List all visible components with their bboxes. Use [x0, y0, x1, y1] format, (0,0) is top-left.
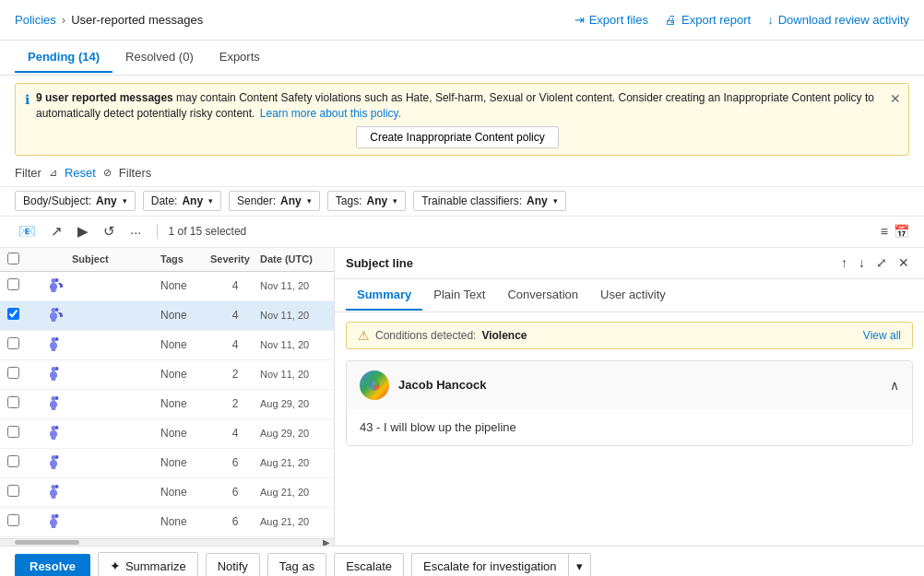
body-subject-filter[interactable]: Body/Subject: Any ▾: [15, 191, 136, 211]
table-row[interactable]: None 6 Aug 21, 20: [0, 478, 334, 508]
row-checkbox[interactable]: [7, 396, 19, 408]
export-files-icon: ⇥: [575, 13, 585, 27]
message-card-body: 43 - I will blow up the pipeline: [347, 409, 912, 445]
date-header: Date (UTC): [260, 253, 326, 264]
dropdown-filters: Body/Subject: Any ▾ Date: Any ▾ Sender: …: [0, 187, 924, 217]
more-options-button[interactable]: ···: [126, 222, 146, 241]
forward-button[interactable]: ↗: [47, 221, 66, 241]
resolve-button[interactable]: Resolve: [15, 554, 90, 576]
table-row[interactable]: None 6 Aug 21, 20: [0, 508, 334, 537]
escalate-investigation-button[interactable]: Escalate for investigation: [411, 553, 568, 576]
teams-icon: [46, 512, 63, 529]
view-toggle-grid[interactable]: 📅: [894, 224, 909, 239]
select-all-checkbox[interactable]: [7, 253, 19, 264]
refresh-button[interactable]: ↺: [100, 221, 119, 241]
table-row[interactable]: None 6 Aug 21, 20: [0, 449, 334, 478]
mark-read-button[interactable]: 📧: [15, 221, 40, 241]
export-files-label: Export files: [589, 13, 648, 27]
detail-expand-button[interactable]: ⤢: [872, 253, 891, 272]
download-activity-label: Download review activity: [778, 13, 909, 27]
detail-close-button[interactable]: ✕: [894, 253, 913, 272]
chevron-down-icon: ▾: [307, 196, 312, 206]
date-filter[interactable]: Date: Any ▾: [143, 191, 221, 211]
chevron-down-icon: ▾: [393, 196, 397, 206]
sender-filter[interactable]: Sender: Any ▾: [229, 191, 320, 211]
severity-header: Severity: [210, 253, 260, 264]
table-row[interactable]: None 4 Aug 29, 20: [0, 419, 334, 449]
tab-conversation[interactable]: Conversation: [496, 280, 589, 311]
row-checkbox[interactable]: [7, 485, 19, 497]
breadcrumb-separator: ›: [62, 13, 65, 27]
notify-button[interactable]: Notify: [206, 553, 260, 576]
message-sender: Jacob Hancock: [360, 370, 486, 400]
sender-name: Jacob Hancock: [398, 378, 486, 392]
horizontal-scrollbar[interactable]: ▶: [0, 538, 334, 546]
detail-content: ⚠ Conditions detected: Violence View all: [335, 312, 924, 546]
submit-button[interactable]: ▶: [74, 221, 92, 241]
row-checkbox[interactable]: [7, 337, 19, 349]
teams-icon: [46, 306, 63, 323]
filters-icon: ⊘: [103, 167, 112, 179]
row-checkbox[interactable]: [7, 455, 19, 467]
table-row[interactable]: None 4 Nov 11, 20: [0, 301, 334, 331]
tab-exports[interactable]: Exports: [207, 42, 273, 73]
table-row[interactable]: None 2 Nov 11, 20: [0, 360, 334, 390]
teams-icon: [46, 276, 63, 293]
tab-pending[interactable]: Pending (14): [15, 42, 113, 73]
detail-title: Subject line: [346, 256, 413, 270]
message-card-header[interactable]: Jacob Hancock ∧: [347, 361, 912, 409]
funnel-icon: ⊿: [49, 167, 57, 179]
conditions-label: Conditions detected:: [375, 329, 476, 342]
row-checkbox[interactable]: [7, 308, 19, 320]
table-row[interactable]: None 4 Nov 11, 20: [0, 331, 334, 360]
tab-summary[interactable]: Summary: [346, 280, 422, 311]
trainable-filter[interactable]: Trainable classifiers: Any ▾: [413, 191, 566, 211]
info-bold: 9 user reported messages: [36, 91, 173, 104]
detail-header: Subject line ↑ ↓ ⤢ ✕: [335, 248, 924, 279]
filters-button[interactable]: Filters: [119, 166, 151, 180]
warning-icon: ⚠: [358, 328, 370, 343]
reset-button[interactable]: Reset: [65, 166, 96, 180]
escalate-button[interactable]: Escalate: [334, 553, 404, 576]
chevron-down-icon: ▾: [208, 196, 213, 206]
teams-icon: [46, 365, 63, 382]
detail-nav-down-button[interactable]: ↓: [855, 253, 869, 272]
top-actions: ⇥ Export files 🖨 Export report ↓ Downloa…: [575, 13, 909, 27]
tags-filter[interactable]: Tags: Any ▾: [327, 191, 406, 211]
view-all-link[interactable]: View all: [863, 329, 901, 342]
breadcrumb-parent[interactable]: Policies: [15, 13, 56, 27]
row-checkbox[interactable]: [7, 426, 19, 438]
info-link[interactable]: Learn more about this policy.: [260, 107, 401, 120]
collapse-icon: ∧: [890, 378, 899, 393]
tab-user-activity[interactable]: User activity: [589, 280, 677, 311]
escalate-investigation-more-button[interactable]: ▾: [568, 553, 591, 576]
create-policy-button[interactable]: Create Inappropriate Content policy: [356, 126, 558, 148]
toolbar: 📧 ↗ ▶ ↺ ··· 1 of 15 selected ≡ 📅: [0, 217, 924, 248]
tab-resolved[interactable]: Resolved (0): [113, 42, 207, 73]
export-report-button[interactable]: 🖨 Export report: [665, 13, 751, 27]
filter-bar: Filter ⊿ Reset ⊘ Filters: [0, 159, 924, 187]
summarize-button[interactable]: ✦ Summarize: [98, 552, 198, 576]
subject-header: Subject: [72, 253, 160, 264]
export-files-button[interactable]: ⇥ Export files: [575, 13, 648, 27]
download-activity-button[interactable]: ↓ Download review activity: [767, 13, 909, 27]
detail-nav-up-button[interactable]: ↑: [837, 253, 851, 272]
breadcrumb: Policies › User-reported messages: [15, 13, 203, 27]
row-checkbox[interactable]: [7, 514, 19, 526]
info-icon: ℹ: [25, 91, 30, 110]
table-row[interactable]: None 2 Aug 29, 20: [0, 390, 334, 419]
row-checkbox[interactable]: [7, 278, 19, 290]
tag-as-button[interactable]: Tag as: [267, 553, 326, 576]
tab-plain-text[interactable]: Plain Text: [422, 280, 496, 311]
message-card: Jacob Hancock ∧ 43 - I will blow up the …: [346, 360, 913, 446]
download-activity-icon: ↓: [767, 13, 774, 27]
view-toggle-list[interactable]: ≡: [881, 224, 888, 239]
chevron-down-icon: ▾: [123, 196, 127, 206]
avatar: [360, 370, 389, 400]
main-tabs: Pending (14) Resolved (0) Exports: [0, 41, 924, 76]
row-checkbox[interactable]: [7, 367, 19, 379]
conditions-value: Violence: [481, 329, 527, 342]
banner-close-button[interactable]: ✕: [890, 90, 901, 109]
action-bar: Resolve ✦ Summarize Notify Tag as Escala…: [0, 546, 924, 576]
table-row[interactable]: None 4 Nov 11, 20: [0, 272, 334, 301]
